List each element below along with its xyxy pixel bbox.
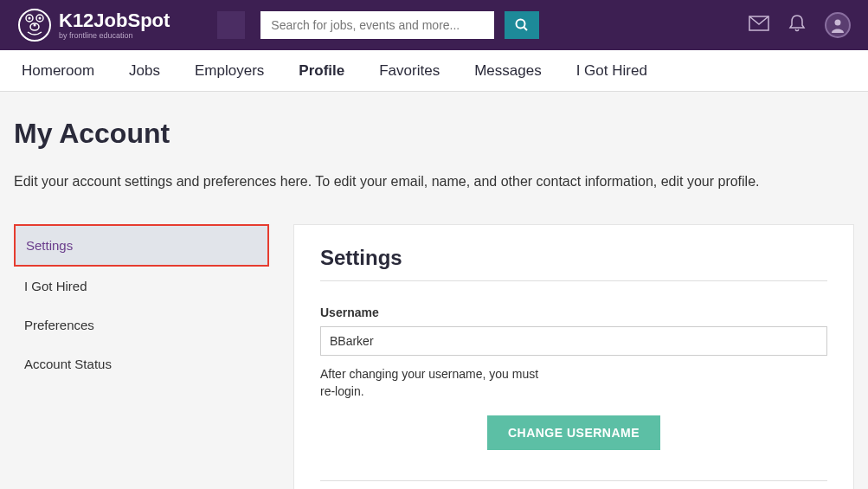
content: My Account Edit your account settings an…	[0, 92, 868, 489]
svg-point-10	[835, 20, 841, 26]
settings-layout: Settings I Got Hired Preferences Account…	[14, 224, 854, 489]
panel-title: Settings	[320, 246, 827, 281]
logo-main-text: K12JobSpot	[59, 11, 170, 30]
header-right	[749, 12, 851, 38]
svg-point-3	[29, 17, 31, 20]
nav-profile[interactable]: Profile	[299, 62, 344, 80]
nav-homeroom[interactable]: Homeroom	[22, 62, 94, 80]
logo-text: K12JobSpot by frontline education	[59, 11, 170, 40]
sidebar-item-settings[interactable]: Settings	[14, 224, 269, 267]
page-description: Edit your account settings and preferenc…	[14, 174, 854, 190]
settings-panel: Settings Username After changing your us…	[293, 224, 854, 489]
nav-employers[interactable]: Employers	[195, 62, 264, 80]
settings-sidebar: Settings I Got Hired Preferences Account…	[14, 224, 269, 489]
nav-jobs[interactable]: Jobs	[129, 62, 160, 80]
avatar[interactable]	[825, 12, 851, 38]
sidebar-item-preferences[interactable]: Preferences	[14, 306, 269, 344]
username-label: Username	[320, 306, 827, 319]
page-title: My Account	[14, 118, 854, 150]
logo[interactable]: K12JobSpot by frontline education	[17, 8, 170, 42]
bell-icon[interactable]	[788, 14, 806, 36]
nav-favorites[interactable]: Favorites	[379, 62, 440, 80]
search-button[interactable]	[505, 11, 539, 39]
svg-point-4	[39, 17, 42, 20]
search-container	[260, 11, 539, 39]
change-username-button[interactable]: CHANGE USERNAME	[487, 415, 660, 450]
svg-line-8	[524, 28, 528, 31]
section-divider	[320, 480, 827, 481]
username-help-text: After changing your username, you must r…	[320, 366, 554, 400]
sidebar-item-account-status[interactable]: Account Status	[14, 344, 269, 383]
svg-point-7	[517, 20, 525, 29]
top-header: K12JobSpot by frontline education	[0, 0, 868, 50]
search-input[interactable]	[260, 11, 494, 39]
username-input[interactable]	[320, 326, 827, 356]
main-nav: Homeroom Jobs Employers Profile Favorite…	[0, 50, 868, 92]
svg-point-6	[34, 24, 36, 27]
search-icon	[515, 18, 529, 32]
app-menu-button[interactable]	[217, 11, 245, 39]
mail-icon[interactable]	[749, 16, 769, 35]
logo-icon	[17, 8, 52, 42]
logo-sub-text: by frontline education	[59, 32, 170, 40]
nav-messages[interactable]: Messages	[474, 62, 541, 80]
nav-i-got-hired[interactable]: I Got Hired	[576, 62, 647, 80]
sidebar-item-i-got-hired[interactable]: I Got Hired	[14, 267, 269, 306]
user-icon	[830, 17, 845, 33]
